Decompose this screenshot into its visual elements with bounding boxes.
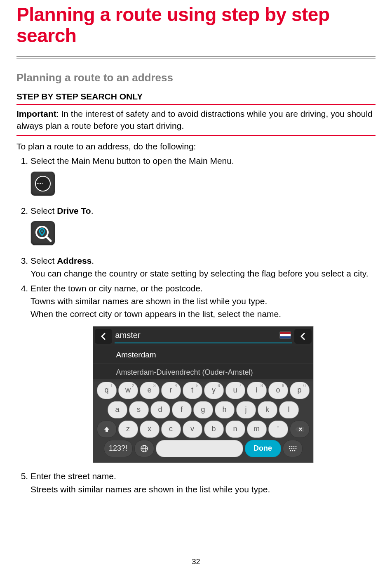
keyboard-key[interactable]: v	[183, 421, 202, 438]
important-label: Important	[16, 109, 56, 118]
country-flag-icon[interactable]	[279, 331, 291, 339]
step-3: Select Address. You can change the count…	[31, 255, 376, 280]
divider	[16, 57, 376, 59]
page-number: 32	[0, 558, 392, 566]
keyboard-backspace-key[interactable]	[290, 421, 310, 438]
keyboard-key[interactable]: j	[236, 401, 256, 418]
svg-point-2	[41, 230, 43, 232]
steps-list: Select the Main Menu button to open the …	[16, 155, 376, 495]
svg-point-6	[289, 446, 290, 447]
step-2-bold: Drive To	[57, 206, 91, 215]
keyboard-done-key[interactable]: Done	[245, 440, 281, 457]
important-text: : In the interest of safety and to avoid…	[16, 109, 373, 130]
intro-text: To plan a route to an address, do the fo…	[16, 141, 376, 152]
svg-point-8	[293, 446, 294, 447]
step-4-sub1: Towns with similar names are shown in th…	[31, 295, 376, 307]
on-screen-keyboard: q1w2e3r4t5y6u7i8o9p0 asdfghjkl zxcvbnm' …	[93, 379, 313, 463]
keyboard-key[interactable]: g	[193, 401, 213, 418]
step-2: Select Drive To.	[31, 205, 376, 249]
keyboard-globe-key[interactable]	[134, 440, 154, 457]
keyboard-key[interactable]: b	[204, 421, 224, 438]
keyboard-key[interactable]: o9	[268, 382, 288, 399]
keyboard-key[interactable]: c	[161, 421, 181, 438]
page-title: Planning a route using step by step sear…	[16, 4, 376, 46]
svg-point-16	[294, 450, 295, 451]
keyboard-key[interactable]: r4	[161, 382, 181, 399]
svg-point-13	[295, 448, 296, 449]
keyboard-key[interactable]: d	[150, 401, 170, 418]
keyboard-key[interactable]: e3	[140, 382, 160, 399]
svg-point-15	[292, 450, 293, 451]
keyboard-mode-key[interactable]: 123?!	[104, 440, 133, 457]
keyboard-shift-key[interactable]	[97, 421, 117, 438]
step-4-text: Enter the town or city name, or the post…	[31, 284, 203, 293]
city-search-input[interactable]: amster	[115, 329, 292, 343]
step-5-sub: Streets with similar names are shown in …	[31, 483, 376, 495]
keyboard-key[interactable]: i8	[247, 382, 267, 399]
svg-point-10	[289, 448, 290, 449]
step-3-pre: Select	[31, 256, 57, 265]
step-4-sub2: When the correct city or town appears in…	[31, 308, 376, 320]
keyboard-layout-key[interactable]	[283, 440, 303, 457]
step-1: Select the Main Menu button to open the …	[31, 155, 376, 199]
keyboard-space-key[interactable]	[156, 440, 243, 457]
keyboard-key[interactable]: y6	[204, 382, 224, 399]
back-button[interactable]	[95, 329, 112, 344]
keyboard-key[interactable]: a	[108, 401, 127, 418]
svg-point-14	[290, 450, 291, 451]
search-value: amster	[115, 329, 141, 341]
suggestion-item[interactable]: Amsterdam	[93, 346, 313, 364]
keyboard-key[interactable]: m	[247, 421, 267, 438]
svg-point-11	[291, 448, 292, 449]
city-search-screenshot: amster Amsterdam Amsterdam-Duivendrecht …	[93, 326, 314, 463]
svg-point-9	[295, 446, 296, 447]
step-mode-label: STEP BY STEP SEARCH ONLY	[16, 92, 376, 102]
section-heading: Planning a route to an address	[16, 71, 376, 84]
keyboard-key[interactable]: l	[279, 401, 299, 418]
step-3-sub: You can change the country or state sett…	[31, 267, 376, 279]
keyboard-key[interactable]: p0	[290, 382, 310, 399]
keyboard-key[interactable]: '	[268, 421, 288, 438]
svg-line-1	[46, 236, 51, 241]
important-callout: Important: In the interest of safety and…	[16, 104, 376, 136]
keyboard-key[interactable]: n	[225, 421, 245, 438]
keyboard-key[interactable]: f	[172, 401, 192, 418]
step-3-post: .	[92, 256, 94, 265]
main-menu-icon	[31, 171, 55, 196]
keyboard-key[interactable]: w2	[118, 382, 138, 399]
keyboard-key[interactable]: h	[215, 401, 235, 418]
step-5-text: Enter the street name.	[31, 471, 116, 481]
drive-to-icon	[31, 221, 55, 246]
keyboard-key[interactable]: z	[118, 421, 138, 438]
step-2-post: .	[91, 206, 94, 215]
svg-point-7	[291, 446, 292, 447]
step-5: Enter the street name. Streets with simi…	[31, 470, 376, 495]
step-1-text: Select the Main Menu button to open the …	[31, 156, 234, 165]
keyboard-key[interactable]: x	[140, 421, 160, 438]
step-2-pre: Select	[31, 206, 57, 215]
suggestion-list: Amsterdam Amsterdam-Duivendrecht (Ouder-…	[93, 346, 313, 382]
keyboard-key[interactable]: t5	[183, 382, 202, 399]
keyboard-key[interactable]: k	[258, 401, 277, 418]
keyboard-key[interactable]: s	[129, 401, 149, 418]
keyboard-key[interactable]: u7	[225, 382, 245, 399]
collapse-button[interactable]	[294, 329, 312, 344]
keyboard-key[interactable]: q1	[97, 382, 117, 399]
step-3-bold: Address	[57, 256, 92, 265]
step-4: Enter the town or city name, or the post…	[31, 282, 376, 466]
svg-point-12	[293, 448, 294, 449]
